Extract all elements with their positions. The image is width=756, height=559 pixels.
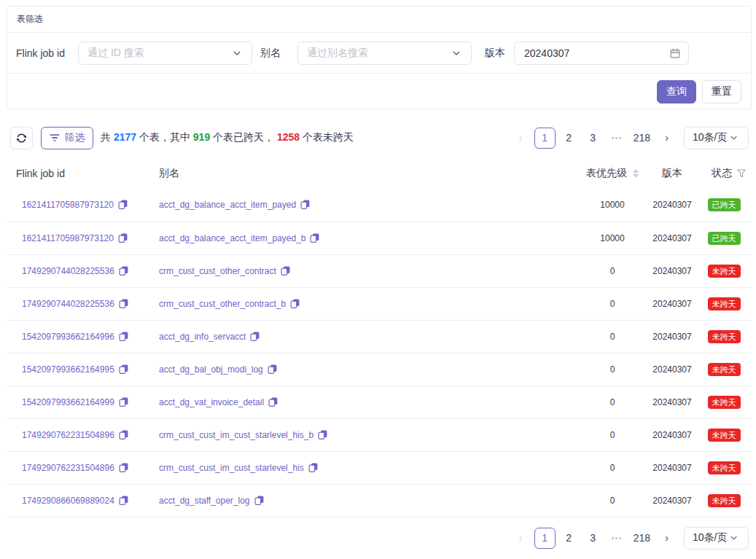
next-page-button[interactable]: › [656,128,677,149]
flink-job-id-link[interactable]: 1542097993662164996 [22,332,114,342]
copy-icon[interactable] [310,233,319,243]
chevron-down-icon [233,49,241,58]
alias-link[interactable]: crm_cust_cust_im_cust_starlevel_his [159,463,304,473]
alias-link[interactable]: crm_cust_cust_other_contract [159,266,276,276]
flink-job-id-label: Flink job id [16,47,78,59]
status-badge: 未跨天 [708,330,741,343]
version-cell: 20240307 [639,451,706,484]
alias-link[interactable]: crm_cust_cust_im_cust_starlevel_his_b [159,430,313,440]
alias-link[interactable]: acct_dg_balance_acct_item_payed [159,200,296,210]
filter-card-title: 表筛选 [17,13,43,26]
next-page-button[interactable]: › [656,528,677,549]
copy-icon[interactable] [254,496,264,505]
page-number-1[interactable]: 1 [534,528,556,549]
column-header-alias: 别名 [159,158,586,189]
table-summary: 共 2177 个表，其中 919 个表已跨天， 1258 个表未跨天 [101,131,354,144]
copy-icon[interactable] [119,364,128,374]
priority-cell: 0 [586,254,639,287]
flink-job-id-link[interactable]: 1621411705987973120 [22,233,114,243]
flink-job-id-link[interactable]: 1749290762231504896 [22,463,114,473]
page-number-218[interactable]: 218 [631,528,653,549]
uncrossed-count: 1258 [277,131,300,143]
version-cell: 20240307 [639,189,706,222]
priority-cell: 0 [586,353,639,386]
version-cell: 20240307 [639,222,706,254]
flink-job-id-cell: 1749290762231504896 [7,418,159,451]
sorter-icon[interactable] [633,169,639,178]
copy-icon[interactable] [118,233,128,243]
copy-icon[interactable] [290,299,300,308]
reset-button[interactable]: 重置 [702,80,741,103]
query-button[interactable]: 查询 [657,80,696,103]
copy-icon[interactable] [119,463,128,472]
refresh-button[interactable] [10,127,33,149]
flink-job-id-link[interactable]: 1749290866069889024 [22,496,114,506]
alias-link[interactable]: acct_dg_staff_oper_log [159,496,250,506]
total-count: 2177 [114,131,136,143]
page: 表筛选 Flink job id 通过 ID 搜索 别名 通过别名搜索 版本 2… [7,6,752,550]
page-number-1[interactable]: 1 [534,128,556,149]
page-size-select[interactable]: 10条/页 [684,527,749,550]
funnel-filter-icon[interactable] [737,169,746,178]
status-badge: 未跨天 [708,396,741,409]
page-ellipsis[interactable]: ••• [607,128,628,149]
flink-job-id-link[interactable]: 1749290762231504896 [22,430,114,440]
copy-icon[interactable] [118,200,128,209]
version-date-picker[interactable]: 20240307 [514,42,689,65]
copy-icon[interactable] [281,266,290,275]
column-header-flink-job-id: Flink job id [7,158,159,189]
copy-icon[interactable] [119,299,128,308]
alias-placeholder: 通过别名搜索 [307,47,368,60]
page-number-218[interactable]: 218 [631,128,653,149]
flink-job-id-select[interactable]: 通过 ID 搜索 [78,42,252,65]
page-number-2[interactable]: 2 [558,528,580,549]
status-cell: 未跨天 [706,353,752,386]
flink-job-id-link[interactable]: 1749290744028225536 [22,299,114,309]
alias-select[interactable]: 通过别名搜索 [297,42,472,65]
copy-icon[interactable] [119,430,128,439]
flink-job-id-link[interactable]: 1542097993662164999 [22,397,114,407]
table-row: 1749290744028225536crm_cust_cust_other_c… [7,254,752,287]
version-cell: 20240307 [639,320,706,353]
alias-link[interactable]: crm_cust_cust_other_contract_b [159,299,286,309]
alias-cell: acct_dg_balance_acct_item_payed_b [159,222,586,254]
flink-job-id-link[interactable]: 1542097993662164995 [22,364,114,375]
status-badge: 未跨天 [708,494,741,507]
copy-icon[interactable] [268,397,278,407]
alias-link[interactable]: acct_dg_balance_acct_item_payed_b [159,233,305,243]
copy-icon[interactable] [318,430,327,439]
alias-link[interactable]: acct_dg_info_servacct [159,332,246,342]
filter-toggle-button[interactable]: 筛选 [41,127,93,149]
copy-icon[interactable] [250,332,260,341]
priority-cell: 10000 [586,189,639,222]
page-number-3[interactable]: 3 [582,528,604,549]
version-cell: 20240307 [639,386,706,418]
priority-cell: 0 [586,287,639,320]
alias-link[interactable]: acct_dg_bal_obj_modi_log [159,364,263,375]
priority-cell: 0 [586,484,639,517]
copy-icon[interactable] [119,332,128,341]
page-number-3[interactable]: 3 [582,128,604,149]
copy-icon[interactable] [119,266,128,275]
status-cell: 未跨天 [706,386,752,418]
flink-job-id-link[interactable]: 1749290744028225536 [22,266,114,276]
prev-page-button[interactable]: ‹ [510,528,531,549]
page-size-select[interactable]: 10条/页 [684,127,749,149]
copy-icon[interactable] [308,463,318,472]
flink-job-id-link[interactable]: 1621411705987973120 [22,200,114,210]
filter-card-header: 表筛选 [7,7,751,33]
flink-job-id-cell: 1749290866069889024 [7,484,159,517]
status-cell: 未跨天 [706,451,752,484]
status-cell: 已跨天 [706,222,752,254]
page-number-2[interactable]: 2 [558,128,580,149]
pagination-bottom: ‹123•••218›10条/页 [7,527,752,550]
copy-icon[interactable] [119,496,128,505]
page-ellipsis[interactable]: ••• [607,528,628,549]
alias-link[interactable]: acct_dg_vat_invoice_detail [159,397,264,407]
copy-icon[interactable] [268,364,277,374]
copy-icon[interactable] [119,397,128,407]
priority-cell: 0 [586,418,639,451]
copy-icon[interactable] [300,200,310,209]
priority-cell: 0 [586,386,639,418]
prev-page-button[interactable]: ‹ [510,128,531,149]
